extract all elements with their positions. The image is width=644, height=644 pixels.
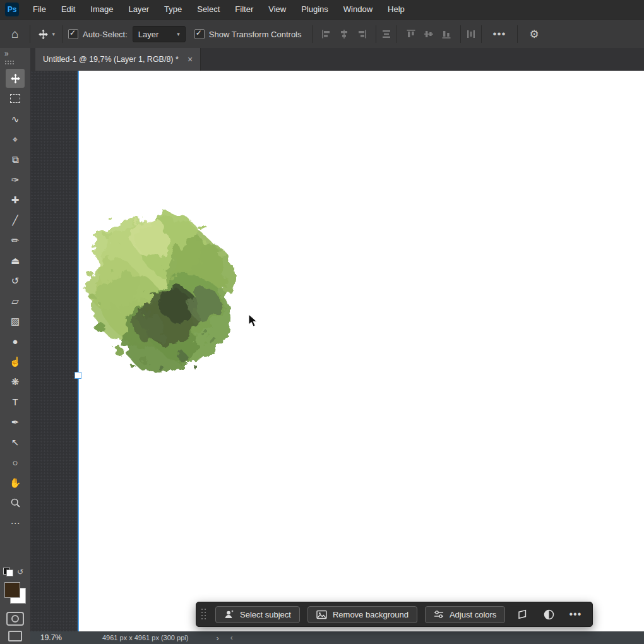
image-icon xyxy=(316,610,327,619)
zoom-tool[interactable] xyxy=(6,493,25,512)
home-icon[interactable]: ⌂ xyxy=(5,27,25,41)
align-bottom-edges-icon[interactable] xyxy=(441,29,451,39)
history-brush-tool[interactable]: ↺ xyxy=(6,271,25,290)
menu-file[interactable]: File xyxy=(25,0,54,19)
move-tool-indicator[interactable]: ▾ xyxy=(35,29,57,40)
adjust-colors-button[interactable]: Adjust colors xyxy=(425,606,505,623)
expand-panel-icon[interactable]: » xyxy=(0,48,9,57)
auto-select-label: Auto-Select: xyxy=(83,30,128,39)
move-tool-icon xyxy=(38,29,49,40)
separator xyxy=(397,25,397,43)
menu-type[interactable]: Type xyxy=(157,0,189,19)
menu-help[interactable]: Help xyxy=(380,0,412,19)
menubar: Ps File Edit Image Layer Type Select Fil… xyxy=(0,0,644,19)
chevron-down-icon: ▾ xyxy=(177,31,180,37)
document-tab-title: Untitled-1 @ 19,7% (Layer 1, RGB/8) * xyxy=(43,55,179,64)
more-options-icon[interactable]: ••• xyxy=(566,606,585,623)
smudge-tool[interactable]: ☝ xyxy=(6,352,25,371)
more-align-options-icon[interactable]: ••• xyxy=(487,28,513,40)
workspace: Select subject Remove background Adjust … xyxy=(30,71,644,631)
auto-select-checkbox[interactable] xyxy=(68,29,78,39)
eyedropper-tool[interactable]: ✑ xyxy=(6,170,25,189)
transform-icon[interactable] xyxy=(513,606,532,623)
document-tab-bar: Untitled-1 @ 19,7% (Layer 1, RGB/8) * × xyxy=(30,48,644,71)
status-chevron-left-icon[interactable]: ‹ xyxy=(230,633,233,642)
clone-stamp-tool[interactable]: ⏏ xyxy=(6,251,25,270)
menu-layer[interactable]: Layer xyxy=(121,0,157,19)
object-selection-tool[interactable]: ⌖ xyxy=(6,129,25,148)
contextual-taskbar: Select subject Remove background Adjust … xyxy=(196,602,593,627)
reference-point-handle[interactable] xyxy=(75,372,81,379)
edit-toolbar[interactable]: ⋯ xyxy=(6,513,25,532)
crop-tool[interactable]: ⧉ xyxy=(6,150,25,169)
status-chevron-right-icon[interactable]: › xyxy=(216,633,218,643)
separator xyxy=(63,25,63,43)
distribute-horizontal-centers-icon[interactable] xyxy=(466,29,476,39)
align-left-edges-icon[interactable] xyxy=(321,29,331,39)
close-tab-icon[interactable]: × xyxy=(188,54,193,64)
menu-image[interactable]: Image xyxy=(83,0,121,19)
options-bar: ⌂ ▾ Auto-Select: Layer ▾ Show Transform … xyxy=(0,19,644,49)
status-bar: 19.7% 4961 px x 4961 px (300 ppi) › ‹ xyxy=(30,631,644,644)
align-vertical-group xyxy=(406,29,451,39)
document-tab[interactable]: Untitled-1 @ 19,7% (Layer 1, RGB/8) * × xyxy=(35,48,201,71)
chevron-down-icon: ▾ xyxy=(52,31,55,37)
move-tool[interactable] xyxy=(6,69,25,88)
align-horizontal-centers-icon[interactable] xyxy=(339,29,349,39)
auto-select-dropdown[interactable]: Layer ▾ xyxy=(133,26,186,42)
menu-plugins[interactable]: Plugins xyxy=(294,0,336,19)
workspace-settings-gear-icon[interactable]: ⚙ xyxy=(523,28,545,41)
ellipse-tool[interactable]: ○ xyxy=(6,453,25,472)
separator xyxy=(517,25,518,43)
separator xyxy=(460,25,461,43)
remove-background-button[interactable]: Remove background xyxy=(307,606,417,623)
menu-edit[interactable]: Edit xyxy=(54,0,83,19)
menu-window[interactable]: Window xyxy=(336,0,380,19)
screen-mode-icon[interactable] xyxy=(8,631,22,641)
separator xyxy=(376,25,376,43)
separator xyxy=(481,25,482,43)
tree-image xyxy=(75,201,248,384)
blur-tool[interactable]: ● xyxy=(6,331,25,350)
panel-grip-icon[interactable] xyxy=(4,60,15,64)
mouse-cursor xyxy=(248,314,258,328)
separator xyxy=(312,25,313,43)
hand-tool[interactable]: ✋ xyxy=(6,473,25,492)
photoshop-logo[interactable]: Ps xyxy=(5,3,19,16)
align-vertical-centers-icon[interactable] xyxy=(424,29,434,39)
gradient-tool[interactable]: ▨ xyxy=(6,311,25,330)
distribute-vertical-centers-icon[interactable] xyxy=(381,29,391,39)
menu-filter[interactable]: Filter xyxy=(227,0,261,19)
foreground-color-swatch[interactable] xyxy=(4,582,20,598)
pencil-tool[interactable]: ✏ xyxy=(6,230,25,249)
menu-select[interactable]: Select xyxy=(189,0,227,19)
taskbar-drag-handle[interactable] xyxy=(201,609,206,620)
type-tool[interactable]: T xyxy=(6,392,25,411)
sponge-tool[interactable]: ❋ xyxy=(6,372,25,391)
tool-panel: » ∿⌖⧉✑✚╱✏⏏↺▱▨●☝❋T✒↖○✋⋯ ↺ xyxy=(0,48,30,644)
align-top-edges-icon[interactable] xyxy=(406,29,416,39)
select-subject-label: Select subject xyxy=(240,610,291,619)
path-selection-tool[interactable]: ↖ xyxy=(6,432,25,451)
zoom-level-field[interactable]: 19.7% xyxy=(40,633,73,642)
menu-view[interactable]: View xyxy=(261,0,294,19)
quick-mask-icon[interactable] xyxy=(6,612,24,626)
show-transform-checkbox[interactable] xyxy=(194,29,205,39)
tool-list: ∿⌖⧉✑✚╱✏⏏↺▱▨●☝❋T✒↖○✋⋯ xyxy=(6,68,25,533)
sliders-icon xyxy=(434,610,444,619)
brush-tool[interactable]: ╱ xyxy=(6,210,25,229)
select-subject-button[interactable]: Select subject xyxy=(215,606,300,623)
auto-select-value: Layer xyxy=(138,30,159,39)
align-right-edges-icon[interactable] xyxy=(357,29,367,39)
document-dimensions: 4961 px x 4961 px (300 ppi) xyxy=(102,634,188,641)
person-sparkle-icon xyxy=(224,609,234,619)
spot-healing-brush-tool[interactable]: ✚ xyxy=(6,190,25,209)
pen-tool[interactable]: ✒ xyxy=(6,412,25,431)
align-horizontal-group xyxy=(321,29,367,39)
adjustment-circle-icon[interactable] xyxy=(539,606,558,623)
separator xyxy=(30,25,30,43)
rectangular-marquee-tool[interactable] xyxy=(6,89,25,108)
eraser-tool[interactable]: ▱ xyxy=(6,291,25,310)
default-colors-icon[interactable]: ↺ xyxy=(3,568,13,576)
lasso-tool[interactable]: ∿ xyxy=(6,109,25,128)
